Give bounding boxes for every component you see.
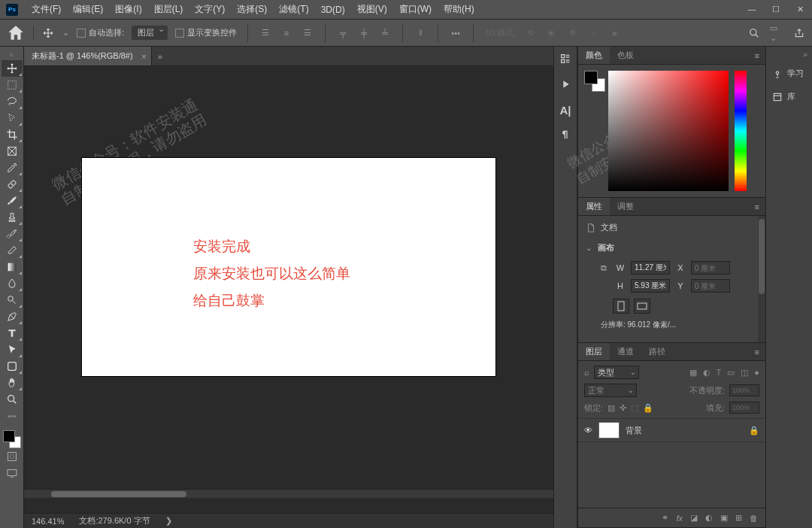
menu-file[interactable]: 文件(F) [26, 3, 67, 16]
props-panel-menu-icon[interactable]: ≡ [749, 202, 765, 211]
filter-shape-icon[interactable]: ▭ [727, 368, 735, 378]
resolution-text[interactable]: 分辨率: 96.012 像素/... [601, 320, 758, 330]
history-panel-icon[interactable] [559, 53, 571, 66]
align-right-icon[interactable]: ☰ [301, 26, 314, 40]
filter-type-icon[interactable]: T [717, 368, 722, 378]
toolbox-collapse-icon[interactable]: « [8, 50, 15, 60]
color-field[interactable] [608, 71, 729, 191]
quick-select-tool[interactable] [2, 110, 23, 126]
screenmode-tool[interactable] [2, 465, 23, 481]
layer-name[interactable]: 背景 [626, 425, 642, 436]
opacity-input[interactable]: 100% [729, 384, 759, 396]
new-layer-icon[interactable]: ⊞ [735, 513, 742, 523]
brush-tool[interactable] [2, 193, 23, 209]
layer-thumbnail[interactable] [598, 422, 620, 438]
menu-edit[interactable]: 编辑(E) [67, 3, 109, 16]
align-center-icon[interactable]: ≡ [280, 26, 293, 40]
character-panel-icon[interactable]: A| [559, 104, 571, 117]
menu-help[interactable]: 帮助(H) [438, 3, 480, 16]
adjustment-layer-icon[interactable]: ◐ [705, 513, 713, 523]
lock-artboard-icon[interactable]: ⬚ [631, 403, 638, 413]
color-fg-bg[interactable] [584, 71, 602, 191]
zoom-level[interactable]: 146.41% [32, 517, 64, 526]
lock-all-icon[interactable]: 🔒 [643, 403, 653, 413]
filter-smart-icon[interactable]: ◫ [741, 368, 748, 378]
layer-lock-icon[interactable]: 🔒 [749, 426, 759, 435]
layer-filter-type[interactable]: 类型 [594, 366, 639, 379]
tab-adjustments[interactable]: 调整 [610, 198, 641, 215]
align-left-icon[interactable]: ☰ [259, 26, 272, 40]
tab-channels[interactable]: 通道 [610, 343, 641, 360]
layer-mask-icon[interactable]: ◪ [690, 513, 698, 523]
tab-color[interactable]: 颜色 [578, 47, 610, 64]
tab-paths[interactable]: 路径 [641, 343, 673, 360]
menu-layer[interactable]: 图层(L) [148, 3, 189, 16]
hue-slider[interactable] [735, 71, 747, 191]
color-panel-menu-icon[interactable]: ≡ [749, 51, 765, 60]
minimize-button[interactable]: — [746, 5, 758, 14]
marquee-tool[interactable] [2, 77, 23, 93]
color-swatches[interactable] [3, 430, 21, 448]
layer-group-icon[interactable]: ▣ [720, 513, 728, 523]
tab-properties[interactable]: 属性 [578, 198, 610, 215]
y-input[interactable] [691, 279, 730, 293]
blend-mode-select[interactable]: 正常 [584, 384, 637, 397]
portrait-button[interactable] [613, 299, 629, 314]
status-menu-icon[interactable]: ❯ [165, 516, 172, 526]
search-icon[interactable] [747, 26, 761, 40]
shape-tool[interactable] [2, 358, 23, 375]
filter-toggle-icon[interactable]: ● [754, 368, 759, 378]
landscape-button[interactable] [634, 299, 650, 314]
align-top-icon[interactable]: ╤ [336, 26, 350, 40]
dodge-tool[interactable] [2, 292, 23, 308]
menu-window[interactable]: 窗口(W) [393, 3, 438, 16]
menu-select[interactable]: 选择(S) [231, 3, 273, 16]
actions-panel-icon[interactable] [559, 78, 571, 92]
type-tool[interactable] [2, 325, 23, 341]
delete-layer-icon[interactable]: 🗑 [750, 514, 758, 523]
link-dims-icon[interactable]: ⧉ [601, 263, 610, 273]
history-brush-tool[interactable] [2, 226, 23, 242]
layer-fx-icon[interactable]: fx [676, 514, 683, 523]
align-middle-icon[interactable]: ╪ [357, 26, 371, 40]
eyedropper-tool[interactable] [2, 159, 23, 176]
lock-position-icon[interactable]: ✜ [620, 403, 626, 413]
move-tool[interactable] [2, 60, 23, 77]
lock-pixels-icon[interactable]: ▨ [607, 403, 615, 413]
show-transform-checkbox[interactable] [175, 29, 184, 38]
tab-close-icon[interactable]: × [141, 52, 146, 61]
visibility-icon[interactable]: 👁 [584, 426, 592, 435]
healing-tool[interactable] [2, 176, 23, 193]
more-icon[interactable]: ••• [449, 26, 462, 40]
frame-tool[interactable] [2, 143, 23, 159]
home-button[interactable] [6, 23, 26, 43]
zoom-tool[interactable] [2, 391, 23, 408]
workspace-icon[interactable]: ▭ ⌄ [770, 26, 783, 40]
rightbar-collapse-icon[interactable]: » [766, 47, 812, 62]
menu-view[interactable]: 视图(V) [351, 3, 393, 16]
paragraph-panel-icon[interactable] [559, 129, 571, 142]
layers-panel-menu-icon[interactable]: ≡ [749, 347, 765, 357]
library-panel-button[interactable]: 库 [766, 85, 812, 108]
maximize-button[interactable]: ☐ [770, 5, 782, 14]
blur-tool[interactable] [2, 275, 23, 292]
tab-layers[interactable]: 图层 [578, 343, 610, 360]
doc-size[interactable]: 文档:279.6K/0 字节 [79, 515, 150, 526]
lasso-tool[interactable] [2, 93, 23, 110]
share-icon[interactable] [792, 26, 806, 40]
layer-row-background[interactable]: 👁 背景 🔒 [578, 418, 765, 442]
props-scrollbar[interactable] [758, 216, 765, 342]
filter-adjust-icon[interactable]: ◐ [703, 368, 710, 378]
width-input[interactable] [631, 261, 670, 275]
canvas[interactable]: 安装完成 原来安装也可以这么简单 给自己鼓掌 [82, 158, 495, 376]
menu-3d[interactable]: 3D(D) [315, 5, 351, 15]
link-layers-icon[interactable]: ⚭ [662, 513, 668, 523]
auto-select-dropdown[interactable]: 图层 [132, 26, 168, 40]
learn-panel-button[interactable]: 学习 [766, 62, 812, 85]
path-select-tool[interactable] [2, 341, 23, 358]
tab-overflow-icon[interactable]: » [152, 52, 168, 61]
distribute-icon[interactable]: ⫴ [414, 26, 427, 40]
menu-image[interactable]: 图像(I) [109, 3, 147, 16]
gradient-tool[interactable] [2, 259, 23, 275]
menu-filter[interactable]: 滤镜(T) [273, 3, 314, 16]
